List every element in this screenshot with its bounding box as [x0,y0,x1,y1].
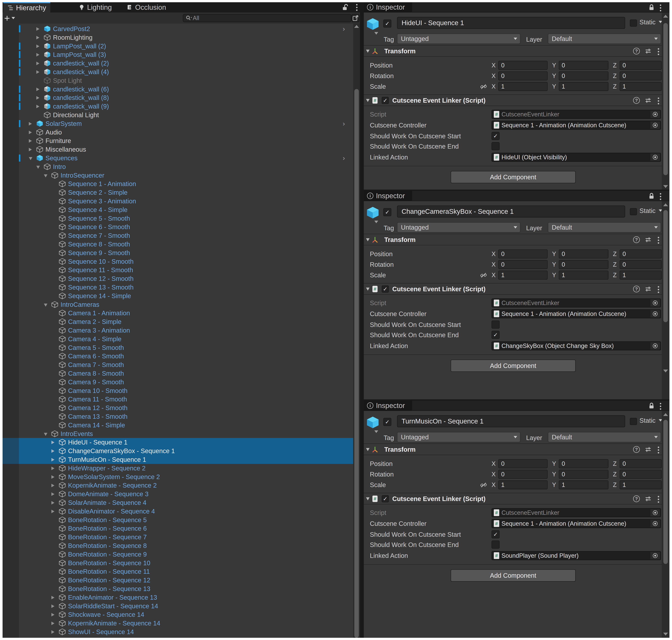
cutscene-start-checkbox[interactable] [492,132,499,140]
hierarchy-row[interactable]: Furniture [3,136,353,145]
scrollbar-thumb[interactable] [663,210,668,322]
foldout-closed-icon[interactable] [29,148,32,151]
cutscene-controller-field[interactable]: # Sequence 1 - Animation (Animation Cuts… [492,309,661,318]
transform-component-header[interactable]: Transform ? [364,234,662,245]
foldout-closed-icon[interactable] [36,70,39,74]
tab-hierarchy[interactable]: Hierarchy [3,2,50,13]
rotation-x-field[interactable]: 0 [498,71,547,81]
foldout-closed-icon[interactable] [52,449,55,453]
tag-dropdown[interactable]: Untagged [397,432,520,442]
scroll-up-arrow[interactable] [663,203,668,206]
foldout-open-icon[interactable] [366,288,369,291]
scale-x-field[interactable]: 1 [498,82,547,91]
scale-z-field[interactable]: 1 [620,480,661,489]
unlock-icon[interactable] [342,4,349,11]
preset-icon[interactable] [645,446,652,453]
tag-dropdown[interactable]: Untagged [397,34,520,44]
hierarchy-row[interactable]: BoneRotation - Sequence 6 [3,524,353,533]
hierarchy-row[interactable]: BoneRotation - Sequence 12 [3,576,353,584]
hierarchy-row[interactable]: Sequence 12 - Smooth [3,274,353,283]
foldout-open-icon[interactable] [366,99,369,102]
foldout-closed-icon[interactable] [36,53,39,57]
name-field[interactable]: HideUI - Sequence 1 [397,17,625,29]
foldout-open-icon[interactable] [366,238,369,241]
hierarchy-row[interactable]: Camera 13 - Smooth [3,412,353,421]
preset-icon[interactable] [645,236,652,243]
scale-y-field[interactable]: 1 [559,480,609,489]
rotation-x-field[interactable]: 0 [498,470,547,479]
hierarchy-row[interactable]: Camera 9 - Smooth [3,378,353,387]
foldout-closed-icon[interactable] [36,96,39,100]
add-component-button[interactable]: Add Component [451,360,575,372]
name-field[interactable]: TurnMusicOn - Sequence 1 [397,415,625,427]
name-field[interactable]: ChangeCameraSkyBox - Sequence 1 [397,206,625,217]
position-y-field[interactable]: 0 [559,459,609,468]
hierarchy-row[interactable]: Camera 1 - Animation [3,309,353,317]
kebab-menu-icon[interactable] [356,4,358,11]
position-z-field[interactable]: 0 [620,61,661,70]
object-picker-icon[interactable] [651,154,660,161]
foldout-closed-icon[interactable] [52,622,55,625]
preset-icon[interactable] [645,286,652,293]
hierarchy-row[interactable]: Miscellaneous [3,145,353,154]
foldout-open-icon[interactable] [366,448,369,451]
panel-divider[interactable] [360,2,364,638]
lock-icon[interactable] [648,402,655,409]
rotation-x-field[interactable]: 0 [498,260,547,269]
cutscene-controller-field[interactable]: # Sequence 1 - Animation (Animation Cuts… [492,519,661,528]
rotation-y-field[interactable]: 0 [559,260,609,269]
preset-icon[interactable] [645,495,652,502]
hierarchy-row[interactable]: IntroEvents [3,430,353,438]
foldout-closed-icon[interactable] [52,605,55,608]
object-picker-icon[interactable] [651,342,660,350]
hierarchy-row[interactable]: LampPost_wall (3) [3,50,353,59]
preset-icon[interactable] [645,97,652,104]
static-checkbox[interactable] [630,208,637,215]
cutscene-end-checkbox[interactable] [492,331,499,339]
chevron-down-icon[interactable] [374,221,378,223]
position-z-field[interactable]: 0 [620,459,661,468]
kebab-menu-icon[interactable] [658,98,659,104]
scale-y-field[interactable]: 1 [559,271,609,279]
hierarchy-row[interactable]: ChangeCameraSkyBox - Sequence 1 [3,447,353,455]
hierarchy-row[interactable]: Sequence 1 - Animation [3,179,353,188]
foldout-closed-icon[interactable] [36,27,39,31]
hierarchy-row[interactable]: KopernikAnimate - Sequence 14 [3,619,353,627]
hierarchy-row[interactable]: BoneRotation - Sequence 11 [3,567,353,576]
rotation-z-field[interactable]: 0 [620,470,661,479]
hierarchy-row[interactable]: Camera 8 - Smooth [3,369,353,378]
foldout-closed-icon[interactable] [52,458,55,462]
active-checkbox[interactable] [383,19,391,28]
scroll-up-arrow[interactable] [354,25,359,28]
foldout-closed-icon[interactable] [52,501,55,505]
chevron-down-icon[interactable] [374,431,378,433]
hierarchy-row[interactable]: HideWrapper - Sequence 2 [3,464,353,472]
help-icon[interactable]: ? [633,286,640,292]
add-component-button[interactable]: Add Component [451,569,575,582]
position-z-field[interactable]: 0 [620,249,661,259]
foldout-open-icon[interactable] [366,49,369,53]
static-checkbox[interactable] [630,418,637,425]
script-component-header[interactable]: # Cutscene Event Linker (Script) ? [364,94,662,106]
hierarchy-row[interactable]: Camera 12 - Smooth [3,404,353,412]
foldout-closed-icon[interactable] [52,492,55,496]
scale-z-field[interactable]: 1 [620,271,661,279]
hierarchy-row[interactable]: Sequence 5 - Smooth [3,214,353,223]
hierarchy-row[interactable]: candlestick_wall (9) [3,102,353,111]
rotation-z-field[interactable]: 0 [620,71,661,81]
foldout-closed-icon[interactable] [52,613,55,616]
hierarchy-row[interactable]: Camera 14 - Simple [3,421,353,430]
hierarchy-row[interactable]: MoveSolarSystem - Sequence 2 [3,472,353,481]
foldout-closed-icon[interactable] [36,36,39,39]
help-icon[interactable]: ? [633,495,640,502]
object-picker-icon[interactable] [651,310,660,318]
hierarchy-row[interactable]: EnableAnimator - Sequence 13 [3,593,353,602]
script-reference-field[interactable]: # CutsceneEventLinker [492,508,661,517]
scene-picker-icon[interactable] [352,14,359,22]
hierarchy-row[interactable]: candlestick_wall (4) [3,68,353,76]
scroll-down-arrow[interactable] [663,632,668,636]
search-box[interactable] [183,14,351,22]
hierarchy-row[interactable]: Camera 10 - Smooth [3,387,353,395]
hierarchy-row[interactable]: BoneRotation - Sequence 10 [3,559,353,567]
hierarchy-row[interactable]: Directional Light [3,111,353,119]
